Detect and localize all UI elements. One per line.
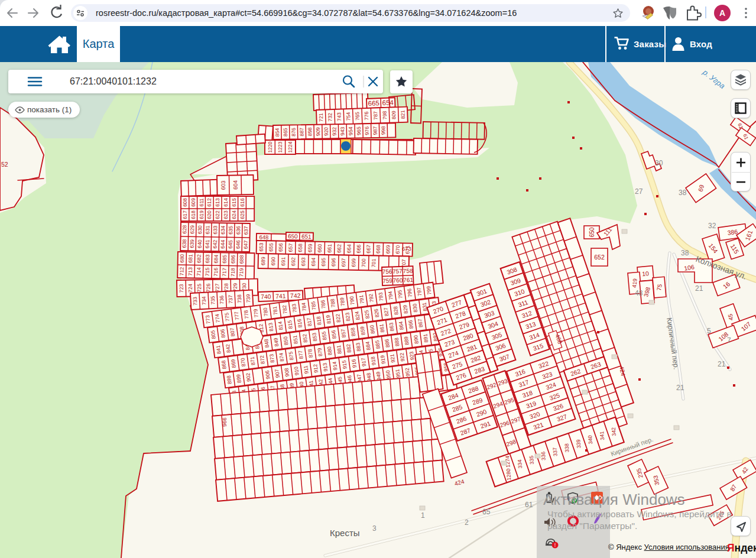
svg-text:636: 636	[235, 226, 241, 235]
svg-text:609: 609	[190, 198, 196, 207]
svg-text:732: 732	[327, 113, 333, 122]
svg-text:807: 807	[229, 327, 236, 337]
svg-text:954: 954	[348, 126, 353, 135]
svg-text:877: 877	[297, 350, 304, 359]
svg-text:611: 611	[199, 198, 205, 206]
svg-text:870: 870	[239, 358, 246, 367]
svg-text:756: 756	[382, 268, 392, 275]
svg-text:716: 716	[213, 268, 219, 277]
svg-text:715: 715	[205, 267, 210, 276]
svg-text:662: 662	[336, 244, 342, 253]
svg-text:692: 692	[290, 257, 296, 266]
svg-text:727: 727	[215, 283, 220, 292]
svg-text:616: 616	[239, 198, 245, 207]
svg-text:21: 21	[718, 360, 726, 368]
svg-text:792: 792	[368, 293, 375, 303]
svg-text:652: 652	[594, 254, 605, 261]
svg-text:815: 815	[287, 320, 294, 329]
svg-text:783: 783	[291, 303, 298, 313]
svg-text:841: 841	[215, 345, 222, 355]
svg-text:645: 645	[228, 240, 233, 249]
svg-text:919: 919	[379, 355, 387, 364]
svg-text:858: 858	[350, 327, 357, 337]
svg-text:1: 1	[421, 511, 425, 520]
svg-text:806: 806	[219, 329, 226, 338]
svg-text:688: 688	[239, 255, 245, 264]
svg-text:608: 608	[182, 198, 188, 207]
svg-text:712: 712	[179, 267, 184, 276]
svg-text:914: 914	[332, 361, 339, 371]
svg-text:805: 805	[210, 330, 217, 339]
svg-text:691: 691	[280, 257, 286, 266]
svg-text:916: 916	[351, 359, 358, 368]
svg-text:638: 638	[181, 239, 187, 248]
svg-text:659: 659	[307, 244, 313, 252]
svg-text:824: 824	[354, 311, 361, 320]
svg-text:774: 774	[214, 313, 221, 323]
svg-text:910: 910	[293, 366, 300, 376]
svg-text:798: 798	[382, 111, 388, 119]
svg-text:757: 757	[392, 268, 403, 275]
svg-text:888: 888	[394, 338, 401, 347]
svg-text:899: 899	[235, 374, 242, 383]
svg-text:653: 653	[258, 243, 264, 252]
svg-text:853: 853	[311, 332, 318, 342]
svg-text:875: 875	[288, 351, 295, 361]
svg-text:612: 612	[206, 198, 212, 207]
svg-text:816: 816	[296, 319, 303, 328]
svg-text:912: 912	[312, 364, 319, 373]
svg-text:647: 647	[243, 240, 249, 249]
svg-text:339: 339	[575, 439, 582, 449]
svg-text:865: 865	[283, 128, 288, 137]
svg-text:619: 619	[199, 210, 205, 219]
svg-text:641: 641	[205, 239, 210, 248]
svg-text:966: 966	[221, 417, 228, 427]
svg-text:920: 920	[323, 127, 329, 136]
svg-text:898: 898	[307, 127, 313, 136]
svg-text:622: 622	[215, 210, 220, 219]
svg-text:690: 690	[270, 257, 276, 265]
svg-text:907: 907	[274, 369, 281, 378]
svg-text:654: 654	[382, 99, 394, 106]
svg-text:866: 866	[407, 320, 414, 329]
svg-text:337: 337	[552, 447, 559, 457]
svg-text:794: 794	[387, 291, 394, 300]
svg-text:758: 758	[403, 267, 413, 274]
svg-text:889: 889	[403, 336, 410, 345]
svg-text:882: 882	[345, 343, 352, 353]
svg-text:918: 918	[370, 356, 377, 365]
svg-text:644: 644	[220, 240, 226, 249]
svg-text:799: 799	[426, 286, 433, 295]
svg-text:630: 630	[197, 225, 203, 234]
svg-text:658: 658	[297, 244, 303, 252]
svg-text:831: 831	[421, 302, 429, 312]
svg-text:887: 887	[298, 128, 304, 137]
svg-text:881: 881	[336, 345, 343, 354]
svg-text:629: 629	[189, 225, 195, 234]
svg-text:788: 788	[329, 299, 336, 308]
svg-text:651: 651	[301, 233, 312, 239]
svg-text:718: 718	[230, 268, 236, 277]
svg-text:733: 733	[192, 297, 199, 306]
svg-text:743: 743	[336, 112, 343, 121]
svg-text:61: 61	[525, 501, 533, 509]
svg-text:666: 666	[356, 244, 362, 253]
svg-text:673: 673	[402, 245, 411, 252]
svg-text:701: 701	[371, 258, 377, 267]
svg-text:902: 902	[245, 372, 252, 382]
svg-text:419: 419	[631, 278, 638, 288]
svg-text:822: 822	[335, 313, 342, 323]
svg-text:876: 876	[291, 128, 297, 137]
svg-text:342: 342	[611, 427, 617, 436]
svg-text:65: 65	[482, 508, 491, 516]
svg-text:855: 855	[321, 331, 328, 340]
svg-text:950: 950	[385, 370, 392, 379]
svg-text:761: 761	[403, 277, 413, 284]
svg-text:661: 661	[326, 244, 332, 253]
svg-text:859: 859	[359, 326, 366, 335]
svg-text:742: 742	[290, 292, 301, 300]
svg-text:603: 603	[220, 180, 226, 190]
svg-text:796: 796	[406, 288, 413, 298]
svg-text:341: 341	[599, 431, 605, 440]
svg-text:754: 754	[345, 112, 352, 121]
